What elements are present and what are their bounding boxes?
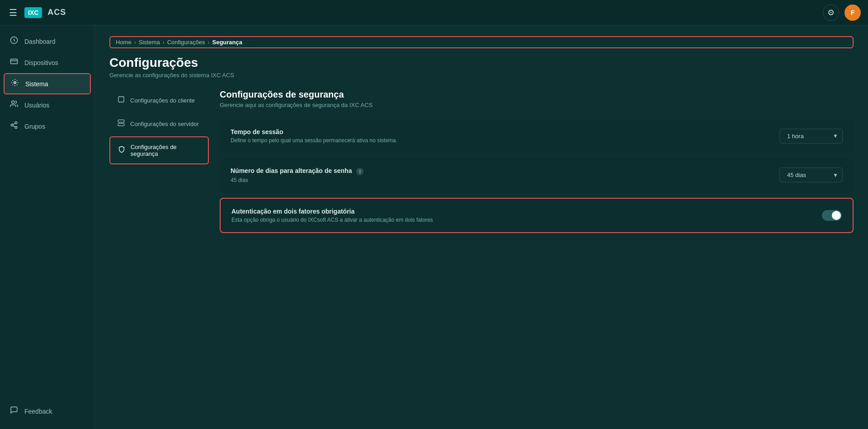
session-card-right: 30 minutos 1 hora 2 horas 4 horas 8 hora…: [779, 129, 843, 144]
svg-rect-7: [118, 97, 124, 102]
session-desc: Define o tempo pelo qual uma sessão perm…: [231, 137, 779, 144]
panel-menu-servidor[interactable]: Configurações do servidor: [109, 113, 209, 135]
session-card-row: Tempo de sessão Define o tempo pelo qual…: [231, 128, 843, 144]
sidebar-item-feedback[interactable]: Feedback: [0, 401, 94, 422]
topnav-left: ☰ IXC ACS: [7, 5, 66, 20]
two-factor-toggle-wrapper[interactable]: [822, 210, 842, 221]
svg-point-3: [12, 101, 14, 103]
page-subtitle: Gerencie as configurações do sistema IXC…: [109, 72, 854, 79]
breadcrumb-sistema[interactable]: Sistema: [139, 39, 160, 46]
password-dropdown-wrapper: 30 dias 45 dias 60 dias 90 dias 180 dias…: [779, 168, 843, 182]
logo-text: ACS: [47, 8, 66, 17]
usuarios-icon: [9, 100, 19, 110]
feedback-label: Feedback: [24, 408, 52, 415]
breadcrumb-home[interactable]: Home: [116, 39, 132, 46]
two-factor-card-row: Autenticação em dois fatores obrigatória…: [231, 208, 842, 223]
sidebar-item-dashboard[interactable]: Dashboard: [0, 31, 94, 52]
breadcrumb-seguranca[interactable]: Segurança: [212, 39, 242, 46]
grupos-icon: [9, 121, 19, 131]
dashboard-icon: [9, 36, 19, 47]
topnav-right: ⚙ F: [823, 5, 861, 21]
content-area: Home › Sistema › Configurações › Seguran…: [95, 25, 868, 429]
info-icon[interactable]: i: [356, 168, 363, 175]
sidebar-item-label: Sistema: [25, 80, 48, 88]
section-subtitle: Gerencie aqui as configurações de segura…: [220, 102, 854, 108]
svg-rect-1: [11, 59, 18, 64]
session-card-left: Tempo de sessão Define o tempo pelo qual…: [231, 128, 779, 144]
breadcrumb-configuracoes[interactable]: Configurações: [167, 39, 205, 46]
seguranca-icon: [118, 146, 126, 155]
svg-point-2: [14, 82, 16, 84]
panel-menu-seguranca[interactable]: Configurações de segurança: [109, 136, 209, 164]
breadcrumb-sep-2: ›: [163, 39, 165, 46]
breadcrumb-sep-1: ›: [134, 39, 136, 46]
breadcrumb: Home › Sistema › Configurações › Seguran…: [109, 36, 854, 48]
sidebar-item-label: Grupos: [24, 123, 45, 130]
sidebar-item-label: Dispositivos: [24, 59, 58, 66]
sistema-icon: [10, 79, 20, 89]
sidebar-item-usuarios[interactable]: Usuários: [0, 94, 94, 116]
page-title: Configurações: [109, 56, 854, 70]
password-card-row: Número de dias para alteração de senha i…: [231, 167, 843, 183]
password-dropdown[interactable]: 30 dias 45 dias 60 dias 90 dias 180 dias: [779, 168, 843, 182]
section-title: Configurações de segurança: [220, 89, 854, 100]
sidebar-item-grupos[interactable]: Grupos: [0, 116, 94, 137]
session-label: Tempo de sessão: [231, 128, 779, 135]
svg-rect-8: [118, 120, 124, 122]
settings-icon-btn[interactable]: ⚙: [823, 5, 839, 21]
left-panel: Configurações do cliente Configurações d…: [109, 89, 209, 418]
logo-box: IXC: [24, 7, 42, 18]
avatar-btn[interactable]: F: [844, 5, 861, 21]
two-factor-card-left: Autenticação em dois fatores obrigatória…: [231, 208, 822, 223]
sidebar: Dashboard Dispositivos Sistema: [0, 25, 95, 429]
sidebar-item-label: Dashboard: [24, 38, 56, 45]
session-card: Tempo de sessão Define o tempo pelo qual…: [220, 119, 854, 153]
sub-layout: Configurações do cliente Configurações d…: [109, 89, 854, 418]
svg-point-6: [15, 126, 17, 129]
two-factor-card: Autenticação em dois fatores obrigatória…: [220, 198, 854, 233]
two-factor-label: Autenticação em dois fatores obrigatória: [231, 208, 822, 215]
sidebar-item-sistema[interactable]: Sistema: [4, 73, 91, 94]
servidor-icon: [117, 119, 126, 128]
feedback-icon: [9, 406, 19, 416]
panel-menu-cliente[interactable]: Configurações do cliente: [109, 89, 209, 111]
hamburger-icon[interactable]: ☰: [7, 5, 19, 20]
two-factor-toggle-knob: [832, 211, 841, 220]
password-card: Número de dias para alteração de senha i…: [220, 158, 854, 192]
password-card-right: 30 dias 45 dias 60 dias 90 dias 180 dias…: [779, 168, 843, 182]
session-dropdown[interactable]: 30 minutos 1 hora 2 horas 4 horas 8 hora…: [779, 129, 843, 144]
cliente-icon: [117, 96, 126, 105]
svg-point-4: [15, 122, 17, 124]
two-factor-toggle-track[interactable]: [822, 210, 842, 221]
panel-menu-seguranca-label: Configurações de segurança: [131, 144, 201, 157]
main-layout: Dashboard Dispositivos Sistema: [0, 25, 868, 429]
panel-menu-servidor-label: Configurações do servidor: [130, 121, 199, 127]
dispositivos-icon: [9, 57, 19, 68]
sidebar-item-dispositivos[interactable]: Dispositivos: [0, 52, 94, 73]
password-card-left: Número de dias para alteração de senha i…: [231, 167, 779, 183]
two-factor-desc: Esta opção obriga o usuário do IXCsoft A…: [231, 217, 822, 223]
svg-rect-9: [118, 123, 124, 126]
breadcrumb-sep-3: ›: [208, 39, 209, 46]
right-panel: Configurações de segurança Gerencie aqui…: [220, 89, 854, 418]
two-factor-card-right: [822, 210, 842, 221]
password-desc: 45 dias: [231, 177, 779, 183]
topnav: ☰ IXC ACS ⚙ F: [0, 0, 868, 25]
password-label: Número de dias para alteração de senha i: [231, 167, 779, 175]
sidebar-item-label: Usuários: [24, 102, 49, 109]
session-dropdown-wrapper: 30 minutos 1 hora 2 horas 4 horas 8 hora…: [779, 129, 843, 144]
svg-point-5: [11, 124, 13, 126]
panel-menu-cliente-label: Configurações do cliente: [130, 97, 195, 104]
